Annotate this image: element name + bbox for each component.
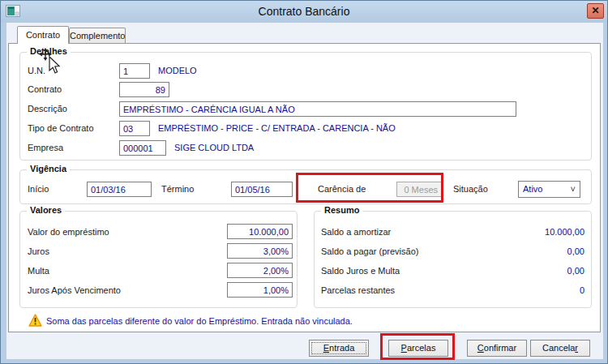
empresa-description: SIGE CLOUD LTDA: [174, 143, 254, 152]
parcelas-highlight-annotation: [380, 333, 455, 360]
close-icon[interactable]: ✕: [587, 3, 604, 19]
parcelas-restantes-label: Parcelas restantes: [321, 285, 395, 295]
empresa-label: Empresa: [28, 143, 63, 152]
chevron-down-icon: ˅: [571, 182, 576, 197]
termino-input[interactable]: [231, 182, 293, 197]
confirmar-button-label-rest: onfirmar: [484, 343, 516, 353]
valor-emprestimo-input[interactable]: [227, 224, 293, 239]
tab-panel: Detalhes U.N. MODELO Contrato Descrição …: [8, 43, 601, 332]
multa-input[interactable]: [227, 263, 293, 278]
warning-message: Soma das parcelas diferente do valor do …: [46, 316, 353, 326]
situacao-label: Situação: [453, 184, 488, 194]
saldo-juros-multa-label: Saldo Juros e Multa: [321, 266, 400, 276]
cancelar-button-label-mnemonic: r: [575, 343, 578, 353]
tab-complemento[interactable]: Complemento: [69, 28, 126, 44]
descricao-label: Descrição: [28, 104, 67, 113]
saldo-pagar-value: 0,00: [447, 246, 584, 256]
contrato-label: Contrato: [28, 84, 62, 94]
tipo-contrato-description: EMPRÉSTIMO - PRICE - C/ ENTRADA - CARENC…: [158, 123, 396, 133]
juros-apos-vencimento-input[interactable]: [227, 282, 293, 298]
juros-apos-vencimento-label: Juros Após Vencimento: [28, 285, 121, 295]
confirmar-button-label-mnemonic: C: [477, 343, 484, 353]
group-vigencia-title: Vigência: [27, 164, 70, 173]
valor-emprestimo-label: Valor do empréstimo: [28, 227, 109, 237]
group-resumo-title: Resumo: [321, 205, 362, 215]
multa-label: Multa: [28, 266, 49, 276]
saldo-amortizar-label: Saldo a amortizar: [321, 227, 391, 237]
tipo-contrato-input[interactable]: [119, 121, 150, 136]
tab-contrato[interactable]: Contrato: [17, 26, 69, 44]
saldo-juros-multa-value: 0,00: [447, 266, 584, 276]
parcelas-restantes-value: 0: [447, 285, 584, 295]
contract-dialog-window: Contrato Bancário ✕ Contrato Complemento…: [0, 0, 608, 364]
situacao-select[interactable]: Ativo ˅: [518, 181, 580, 198]
termino-label: Término: [161, 184, 194, 194]
entrada-button-label-rest: ntrada: [329, 343, 354, 353]
un-input[interactable]: [119, 63, 150, 79]
warning-icon: [28, 314, 42, 327]
descricao-input[interactable]: [119, 101, 516, 117]
contrato-input[interactable]: [119, 82, 169, 97]
window-title: Contrato Bancário: [1, 5, 607, 18]
group-detalhes-title: Detalhes: [27, 46, 71, 56]
un-label: U.N.: [28, 66, 45, 75]
situacao-selected-value: Ativo: [523, 184, 542, 194]
group-valores-title: Valores: [27, 205, 65, 215]
cancelar-button-label-pre: Cancela: [542, 343, 575, 353]
empresa-input[interactable]: [119, 140, 166, 156]
entrada-button[interactable]: Entrada: [309, 340, 369, 357]
entrada-button-label-mnemonic: E: [323, 343, 329, 353]
carencia-highlight-annotation: [296, 173, 443, 203]
saldo-pagar-label: Saldo a pagar (previsão): [321, 246, 418, 256]
tipo-contrato-label: Tipo de Contrato: [28, 123, 94, 133]
confirmar-button[interactable]: Confirmar: [467, 340, 527, 357]
juros-input[interactable]: [227, 243, 293, 259]
inicio-input[interactable]: [87, 182, 152, 197]
dialog-client-area: Contrato Complemento Detalhes U.N. MODEL…: [6, 23, 603, 359]
un-description: MODELO: [158, 66, 197, 75]
saldo-amortizar-value: 10.000,00: [447, 227, 584, 237]
cancelar-button[interactable]: Cancelar: [530, 340, 590, 357]
titlebar[interactable]: Contrato Bancário ✕: [1, 1, 607, 23]
juros-label: Juros: [28, 246, 49, 256]
inicio-label: Início: [28, 184, 49, 194]
